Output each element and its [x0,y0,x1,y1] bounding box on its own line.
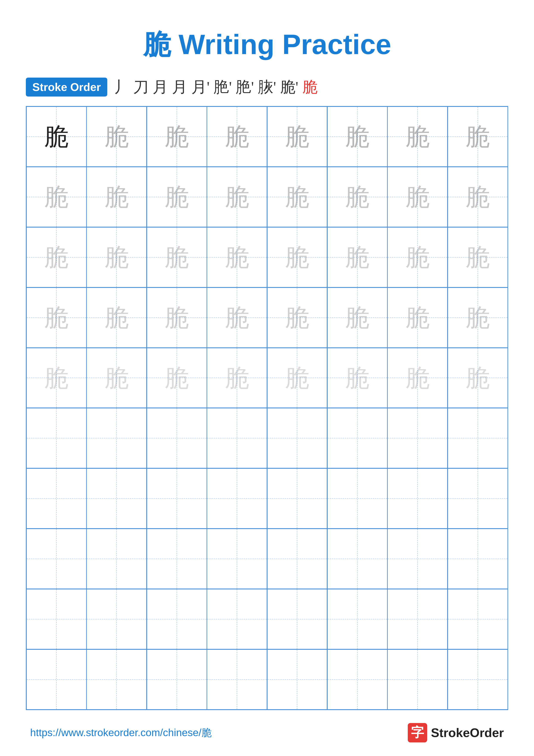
grid-cell-r7c6[interactable] [327,468,388,528]
grid-cell-r8c4[interactable] [207,528,267,589]
practice-char: 脆 [104,245,129,270]
practice-char: 脆 [405,365,430,390]
grid-cell-r4c7[interactable]: 脆 [387,287,447,348]
grid-cell-r4c5[interactable]: 脆 [267,287,327,348]
grid-cell-r6c7[interactable] [387,408,447,468]
grid-cell-r1c7[interactable]: 脆 [387,106,447,167]
practice-char: 脆 [104,124,129,149]
grid-cell-r6c1[interactable] [26,408,87,468]
grid-cell-r10c5[interactable] [267,649,327,710]
grid-cell-r1c2[interactable]: 脆 [87,106,147,167]
grid-cell-r3c6[interactable]: 脆 [327,227,388,287]
grid-cell-r8c2[interactable] [87,528,147,589]
practice-char: 脆 [345,124,369,149]
grid-cell-r9c2[interactable] [87,589,147,649]
grid-cell-r10c2[interactable] [87,649,147,710]
grid-cell-r2c7[interactable]: 脆 [387,167,447,227]
grid-cell-r8c5[interactable] [267,528,327,589]
grid-cell-r6c2[interactable] [87,408,147,468]
grid-cell-r5c7[interactable]: 脆 [387,348,447,408]
grid-cell-r6c5[interactable] [267,408,327,468]
grid-cell-r7c3[interactable] [147,468,207,528]
grid-cell-r6c6[interactable] [327,408,388,468]
grid-cell-r1c3[interactable]: 脆 [147,106,207,167]
grid-cell-r1c1[interactable]: 脆 [26,106,87,167]
practice-char: 脆 [285,245,310,270]
grid-cell-r8c3[interactable] [147,528,207,589]
practice-char: 脆 [225,184,249,209]
grid-cell-r3c8[interactable]: 脆 [447,227,508,287]
grid-cell-r9c6[interactable] [327,589,388,649]
stroke-final: 脆 [302,77,318,97]
grid-cell-r2c2[interactable]: 脆 [87,167,147,227]
grid-cell-r2c8[interactable]: 脆 [447,167,508,227]
grid-cell-r1c8[interactable]: 脆 [447,106,508,167]
grid-cell-r5c2[interactable]: 脆 [87,348,147,408]
practice-char: 脆 [165,365,189,390]
grid-cell-r9c8[interactable] [447,589,508,649]
grid-cell-r3c5[interactable]: 脆 [267,227,327,287]
grid-cell-r5c5[interactable]: 脆 [267,348,327,408]
grid-cell-r1c5[interactable]: 脆 [267,106,327,167]
practice-char: 脆 [225,305,249,330]
grid-cell-r9c3[interactable] [147,589,207,649]
grid-cell-r9c7[interactable] [387,589,447,649]
grid-cell-r10c1[interactable] [26,649,87,710]
practice-char: 脆 [405,184,430,209]
grid-cell-r7c8[interactable] [447,468,508,528]
practice-char: 脆 [104,305,129,330]
practice-char: 脆 [44,365,69,390]
grid-cell-r3c1[interactable]: 脆 [26,227,87,287]
practice-char: 脆 [165,124,189,149]
grid-cell-r2c3[interactable]: 脆 [147,167,207,227]
title-text: Writing Practice [171,29,391,60]
grid-cell-r2c5[interactable]: 脆 [267,167,327,227]
grid-cell-r1c6[interactable]: 脆 [327,106,388,167]
footer-url[interactable]: https://www.strokeorder.com/chinese/脆 [30,726,212,740]
grid-cell-r4c1[interactable]: 脆 [26,287,87,348]
grid-cell-r4c6[interactable]: 脆 [327,287,388,348]
practice-char: 脆 [465,365,490,390]
stroke-order-row: Stroke Order 丿 刀 月 月 月' 脃' 脃' 脄' 脆' 脆 [26,77,508,97]
grid-cell-r3c3[interactable]: 脆 [147,227,207,287]
grid-cell-r10c7[interactable] [387,649,447,710]
grid-cell-r8c8[interactable] [447,528,508,589]
grid-cell-r4c2[interactable]: 脆 [87,287,147,348]
grid-cell-r2c4[interactable]: 脆 [207,167,267,227]
grid-cell-r6c8[interactable] [447,408,508,468]
grid-cell-r3c4[interactable]: 脆 [207,227,267,287]
practice-char: 脆 [465,305,490,330]
grid-cell-r7c5[interactable] [267,468,327,528]
grid-cell-r10c4[interactable] [207,649,267,710]
stroke-order-chars: 丿 刀 月 月 月' 脃' 脃' 脄' 脆' 脆 [114,77,318,97]
grid-cell-r3c2[interactable]: 脆 [87,227,147,287]
grid-cell-r6c4[interactable] [207,408,267,468]
grid-cell-r10c3[interactable] [147,649,207,710]
grid-cell-r1c4[interactable]: 脆 [207,106,267,167]
grid-cell-r9c5[interactable] [267,589,327,649]
grid-cell-r7c4[interactable] [207,468,267,528]
grid-cell-r8c7[interactable] [387,528,447,589]
grid-cell-r4c3[interactable]: 脆 [147,287,207,348]
grid-cell-r5c8[interactable]: 脆 [447,348,508,408]
grid-cell-r9c1[interactable] [26,589,87,649]
practice-char: 脆 [285,365,310,390]
grid-cell-r5c1[interactable]: 脆 [26,348,87,408]
grid-cell-r6c3[interactable] [147,408,207,468]
grid-cell-r5c4[interactable]: 脆 [207,348,267,408]
grid-cell-r2c6[interactable]: 脆 [327,167,388,227]
grid-cell-r3c7[interactable]: 脆 [387,227,447,287]
grid-cell-r2c1[interactable]: 脆 [26,167,87,227]
grid-cell-r10c6[interactable] [327,649,388,710]
grid-cell-r7c1[interactable] [26,468,87,528]
grid-cell-r5c3[interactable]: 脆 [147,348,207,408]
grid-cell-r8c1[interactable] [26,528,87,589]
grid-cell-r5c6[interactable]: 脆 [327,348,388,408]
grid-cell-r9c4[interactable] [207,589,267,649]
grid-cell-r4c8[interactable]: 脆 [447,287,508,348]
grid-cell-r7c7[interactable] [387,468,447,528]
grid-cell-r4c4[interactable]: 脆 [207,287,267,348]
grid-cell-r10c8[interactable] [447,649,508,710]
grid-cell-r7c2[interactable] [87,468,147,528]
grid-cell-r8c6[interactable] [327,528,388,589]
